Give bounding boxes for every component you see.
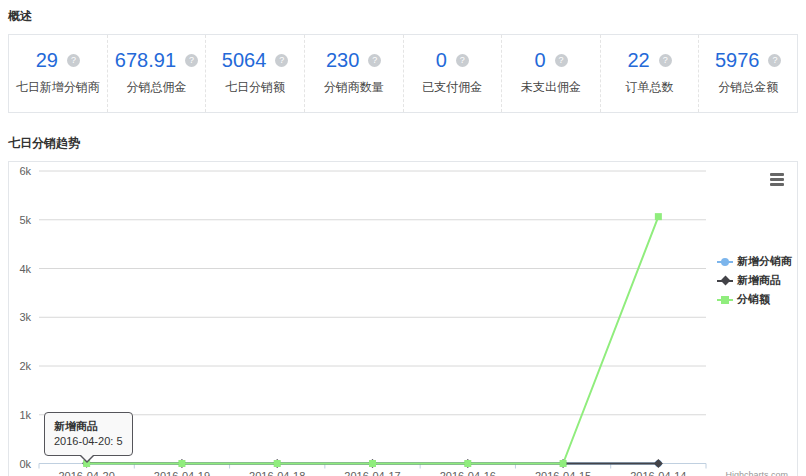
x-axis-label: 2016-04-15 [535,470,591,476]
stats-panel: 29 ? 七日新增分销商 678.91 ? 分销总佣金 5064 ? 七日分销额… [8,34,798,113]
tooltip-value: 2016-04-20: 5 [54,434,123,449]
legend-label: 新增分销商 [737,254,792,269]
help-icon[interactable]: ? [275,54,288,67]
help-icon[interactable]: ? [768,54,781,67]
legend-item-new-distributors[interactable]: 新增分销商 [717,254,792,269]
stat-card-paid-commission: 0 ? 已支付佣金 [404,35,503,112]
highcharts-credits-link[interactable]: Highcharts.com [725,470,788,476]
stat-value: 29 [36,49,58,72]
series-marker-distribution-amount[interactable] [369,460,376,467]
help-icon[interactable]: ? [67,54,80,67]
stat-card-distributor-count: 230 ? 分销商数量 [305,35,404,112]
stat-value: 0 [534,49,545,72]
help-icon[interactable]: ? [368,54,381,67]
series-marker-distribution-amount[interactable] [274,460,281,467]
stat-card-total-commission: 678.91 ? 分销总佣金 [108,35,207,112]
series-marker-distribution-amount[interactable] [655,213,662,220]
help-icon[interactable]: ? [555,54,568,67]
series-line-distribution-amount [87,217,659,464]
stat-value: 230 [326,49,359,72]
y-axis-label: 6k [19,165,31,177]
stat-value: 678.91 [115,49,176,72]
chart-legend: 新增分销商新增商品分销额 [717,254,792,307]
stat-label: 七日新增分销商 [9,79,107,96]
stat-card-new-distributors-7d: 29 ? 七日新增分销商 [9,35,108,112]
square-marker-icon [717,294,733,306]
series-marker-new-products[interactable] [654,459,663,468]
x-axis-label: 2016-04-14 [630,470,686,476]
stat-label: 已支付佣金 [404,79,502,96]
menu-icon [770,178,784,181]
menu-icon [770,173,784,176]
diamond-marker-icon [717,275,733,287]
x-axis-label: 2016-04-18 [249,470,305,476]
stat-card-unpaid-commission: 0 ? 未支出佣金 [502,35,601,112]
help-icon[interactable]: ? [659,54,672,67]
circle-marker-icon [717,256,733,268]
stat-value: 22 [627,49,649,72]
overview-title: 概述 [8,8,798,25]
stat-label: 订单总数 [601,79,699,96]
legend-label: 分销额 [737,292,770,307]
legend-label: 新增商品 [737,273,781,288]
x-axis-label: 2016-04-17 [344,470,400,476]
y-axis-label: 3k [19,311,31,323]
chart-tooltip: 新增商品 2016-04-20: 5 [44,412,133,456]
stat-label: 未支出佣金 [502,79,600,96]
y-axis-label: 5k [19,214,31,226]
x-axis-label: 2016-04-16 [440,470,496,476]
stat-label: 分销总佣金 [108,79,206,96]
help-icon[interactable]: ? [456,54,469,67]
legend-item-new-products[interactable]: 新增商品 [717,273,792,288]
tooltip-series-name: 新增商品 [54,419,123,434]
stat-label: 分销总金额 [699,79,797,96]
stat-label: 分销商数量 [305,79,403,96]
series-marker-distribution-amount[interactable] [178,460,185,467]
trend-chart-panel: 0k1k2k3k4k5k6k2016-04-202016-04-192016-0… [8,161,798,476]
stat-label: 七日分销额 [206,79,304,96]
stat-value: 5064 [222,49,267,72]
stat-card-order-total: 22 ? 订单总数 [601,35,700,112]
stat-card-distribution-amount-7d: 5064 ? 七日分销额 [206,35,305,112]
stat-value: 5976 [715,49,760,72]
stat-card-total-distribution-amount: 5976 ? 分销总金额 [699,35,797,112]
legend-item-distribution-amount[interactable]: 分销额 [717,292,792,307]
series-marker-distribution-amount[interactable] [560,460,567,467]
series-marker-distribution-amount[interactable] [464,460,471,467]
stat-value: 0 [436,49,447,72]
y-axis-label: 4k [19,263,31,275]
trend-title: 七日分销趋势 [8,135,798,152]
menu-icon [770,183,784,186]
y-axis-label: 1k [19,409,31,421]
y-axis-label: 2k [19,360,31,372]
dashboard-page: 概述 29 ? 七日新增分销商 678.91 ? 分销总佣金 5064 ? 七日… [0,0,806,476]
x-axis-label: 2016-04-19 [154,470,210,476]
y-axis-label: 0k [19,458,31,470]
help-icon[interactable]: ? [185,54,198,67]
chart-context-menu-button[interactable] [768,171,786,187]
x-axis-label: 2016-04-20 [59,470,115,476]
